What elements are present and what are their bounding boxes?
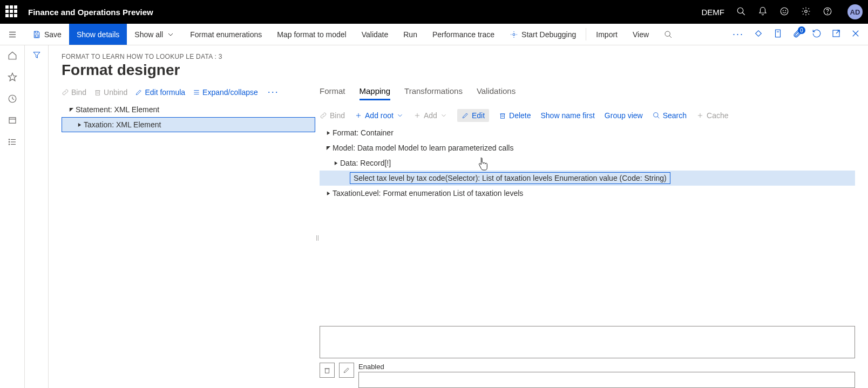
mapping-tree: Format: Container Model: Data model Mode…: [320, 125, 855, 321]
waffle-icon[interactable]: [5, 5, 18, 18]
rp-search-button[interactable]: Search: [653, 111, 687, 120]
tab-mapping[interactable]: Mapping: [360, 86, 391, 100]
tree-node-format-container[interactable]: Format: Container: [320, 125, 855, 140]
form-icon[interactable]: [8, 115, 17, 127]
svg-rect-56: [326, 369, 329, 373]
svg-marker-22: [8, 73, 16, 81]
right-tabs: Format Mapping Transformations Validatio…: [320, 86, 855, 104]
topbar: Finance and Operations Preview DEMF AD: [0, 0, 868, 24]
search-icon[interactable]: [736, 6, 746, 18]
pane-splitter[interactable]: ||: [315, 86, 320, 388]
tree-node-statement[interactable]: Statement: XML Element: [62, 102, 315, 117]
collapse-icon[interactable]: [67, 107, 76, 112]
format-tree-pane: Bind Unbind Edit formula Expand/collapse: [62, 86, 315, 388]
mapping-pane: Format Mapping Transformations Validatio…: [320, 86, 855, 388]
show-all-button[interactable]: Show all: [127, 24, 182, 45]
page-icon[interactable]: [773, 29, 783, 40]
home-icon[interactable]: [8, 51, 17, 63]
help-icon[interactable]: [823, 6, 832, 18]
clock-icon[interactable]: [8, 94, 17, 106]
show-name-first-button[interactable]: Show name first: [540, 111, 594, 120]
hamburger-icon[interactable]: [0, 24, 25, 45]
svg-point-3: [783, 10, 783, 11]
expand-icon[interactable]: [324, 131, 333, 135]
avatar[interactable]: AD: [847, 4, 863, 19]
delete-formula-button[interactable]: [320, 363, 335, 378]
enabled-input[interactable]: [358, 372, 855, 388]
company-code[interactable]: DEMF: [702, 8, 725, 17]
svg-rect-45: [501, 114, 505, 118]
enabled-label: Enabled: [358, 363, 855, 371]
cmdbar-search-icon[interactable]: [656, 24, 680, 45]
smile-icon[interactable]: [779, 6, 789, 18]
save-button[interactable]: Save: [25, 24, 69, 45]
svg-point-4: [785, 10, 786, 11]
svg-point-7: [828, 13, 828, 13]
svg-marker-40: [78, 122, 80, 126]
import-button[interactable]: Import: [588, 24, 625, 45]
filter-icon[interactable]: [32, 51, 41, 388]
tree-node-taxation[interactable]: Taxation: XML Element: [62, 117, 315, 132]
tree-node-taxation-level[interactable]: TaxationLevel: Format enumeration List o…: [320, 186, 855, 201]
star-icon[interactable]: [8, 72, 17, 84]
svg-marker-54: [334, 161, 337, 165]
run-button[interactable]: Run: [396, 24, 425, 45]
format-enumerations-button[interactable]: Format enumerations: [182, 24, 269, 45]
unbind-button[interactable]: Unbind: [94, 88, 127, 97]
diamond-icon[interactable]: [754, 29, 763, 40]
ellipsis-icon[interactable]: ···: [733, 29, 744, 40]
tab-format[interactable]: Format: [320, 86, 345, 100]
collapse-icon[interactable]: [324, 146, 333, 151]
attach-icon[interactable]: 0: [792, 29, 802, 40]
svg-point-2: [781, 8, 788, 15]
left-more-icon[interactable]: ···: [266, 86, 279, 98]
svg-point-12: [513, 33, 515, 36]
close-icon[interactable]: [851, 29, 860, 40]
group-view-button[interactable]: Group view: [605, 111, 643, 120]
filter-column: [25, 45, 49, 388]
bell-icon[interactable]: [758, 6, 768, 18]
list-icon[interactable]: [8, 137, 17, 149]
validate-button[interactable]: Validate: [354, 24, 396, 45]
bind-button[interactable]: Bind: [62, 88, 86, 97]
svg-point-29: [9, 139, 10, 140]
tree-node-selector[interactable]: Select tax level by tax code(Selector): …: [320, 171, 855, 186]
svg-line-49: [657, 117, 659, 119]
formula-input[interactable]: [320, 326, 855, 358]
cache-button[interactable]: Cache: [696, 111, 728, 120]
tab-validations[interactable]: Validations: [477, 86, 516, 100]
edit-formula-button[interactable]: Edit formula: [135, 88, 185, 97]
svg-line-14: [669, 36, 672, 38]
expand-collapse-button[interactable]: Expand/collapse: [193, 88, 258, 97]
view-button[interactable]: View: [625, 24, 656, 45]
svg-point-13: [665, 31, 670, 36]
expand-icon[interactable]: [331, 161, 340, 166]
performance-trace-button[interactable]: Performance trace: [425, 24, 502, 45]
command-bar: Save Show details Show all Format enumer…: [0, 24, 868, 45]
edit-button[interactable]: Edit: [457, 109, 489, 122]
svg-marker-55: [327, 191, 329, 195]
svg-line-19: [836, 30, 839, 33]
map-format-button[interactable]: Map format to model: [269, 24, 354, 45]
left-toolbar: Bind Unbind Edit formula Expand/collapse: [62, 86, 315, 102]
expand-icon[interactable]: [324, 191, 333, 196]
svg-marker-32: [33, 52, 40, 58]
rp-bind-button[interactable]: Bind: [320, 111, 345, 120]
svg-marker-53: [326, 146, 330, 149]
app-title: Finance and Operations Preview: [28, 8, 153, 17]
show-details-button[interactable]: Show details: [69, 24, 127, 45]
tab-transformations[interactable]: Transformations: [404, 86, 463, 100]
popout-icon[interactable]: [831, 29, 841, 40]
start-debugging-button[interactable]: Start Debugging: [502, 24, 584, 45]
delete-button[interactable]: Delete: [499, 111, 531, 120]
gear-icon[interactable]: [801, 6, 811, 18]
add-root-button[interactable]: Add root: [355, 111, 404, 120]
add-button[interactable]: Add: [413, 111, 447, 120]
tree-node-model[interactable]: Model: Data model Model to learn paramet…: [320, 140, 855, 155]
tree-node-data-record[interactable]: Data: Record[!]: [320, 155, 855, 171]
svg-marker-39: [69, 107, 73, 111]
svg-line-1: [742, 12, 745, 15]
expand-icon[interactable]: [75, 122, 84, 127]
edit-formula-small-button[interactable]: [339, 363, 354, 378]
refresh-icon[interactable]: [812, 29, 822, 40]
